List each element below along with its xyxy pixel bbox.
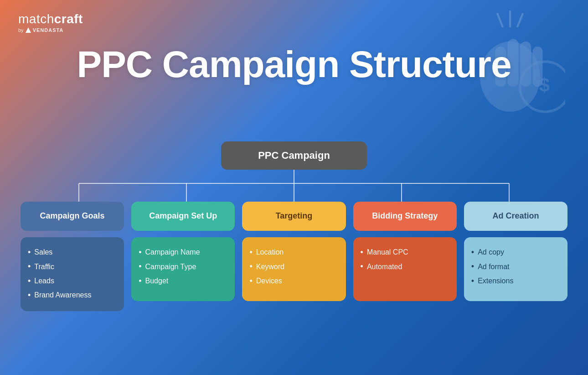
detail-bidding: Manual CPC Automated	[353, 237, 457, 301]
bidding-list: Manual CPC Automated	[361, 245, 449, 274]
list-item: Brand Awareness	[28, 288, 117, 302]
list-item: Automated	[361, 260, 449, 274]
logo-text: matchcraft	[18, 13, 83, 26]
list-item: Devices	[249, 274, 338, 288]
goals-list: Sales Traffic Leads Brand Awareness	[28, 245, 117, 303]
svg-marker-10	[26, 27, 31, 33]
diagram: PPC Campaign Campaign Goals	[0, 141, 588, 311]
col-adcreation: Ad Creation Ad copy Ad format Extensions	[464, 202, 567, 301]
col-targeting: Targeting Location Keyword Devices	[242, 202, 346, 301]
list-item: Sales	[28, 245, 117, 260]
list-item: Extensions	[471, 274, 560, 288]
col-bidding: Bidding Strategy Manual CPC Automated	[353, 202, 457, 301]
detail-targeting: Location Keyword Devices	[242, 237, 346, 301]
background: $ matchcraft by VENDASTA PPC Campaign St…	[0, 0, 588, 375]
cat-goals: Campaign Goals	[21, 202, 124, 231]
list-item: Traffic	[28, 260, 117, 274]
logo-bold: craft	[54, 12, 83, 26]
svg-line-7	[498, 14, 503, 27]
detail-setup: Campaign Name Campaign Type Budget	[131, 237, 235, 301]
root-node: PPC Campaign	[221, 141, 367, 170]
logo: matchcraft by VENDASTA	[18, 13, 83, 33]
detail-adcreation: Ad copy Ad format Extensions	[464, 237, 567, 301]
list-item: Keyword	[249, 260, 338, 274]
page-title: PPC Campaign Structure	[0, 46, 588, 83]
list-item: Campaign Name	[139, 245, 227, 260]
vendasta-icon	[26, 27, 31, 33]
detail-goals: Sales Traffic Leads Brand Awareness	[21, 237, 124, 311]
svg-line-6	[518, 14, 523, 27]
cat-targeting: Targeting	[242, 202, 346, 231]
list-item: Location	[249, 245, 338, 260]
list-item: Ad copy	[471, 245, 560, 260]
setup-list: Campaign Name Campaign Type Budget	[139, 245, 227, 288]
col-goals: Campaign Goals Sales Traffic Leads Brand…	[21, 202, 124, 311]
logo-normal: match	[18, 12, 54, 26]
list-item: Budget	[139, 274, 227, 288]
list-item: Campaign Type	[139, 260, 227, 274]
col-setup: Campaign Set Up Campaign Name Campaign T…	[131, 202, 235, 301]
list-item: Ad format	[471, 260, 560, 274]
cat-adcreation: Ad Creation	[464, 202, 567, 231]
targeting-list: Location Keyword Devices	[249, 245, 338, 288]
children-row: Campaign Goals Sales Traffic Leads Brand…	[21, 202, 567, 311]
connector-lines	[25, 170, 563, 202]
cat-bidding: Bidding Strategy	[353, 202, 457, 231]
list-item: Leads	[28, 274, 117, 288]
cat-setup: Campaign Set Up	[131, 202, 235, 231]
list-item: Manual CPC	[361, 245, 449, 260]
adcreation-list: Ad copy Ad format Extensions	[471, 245, 560, 288]
logo-by: by VENDASTA	[18, 27, 63, 33]
